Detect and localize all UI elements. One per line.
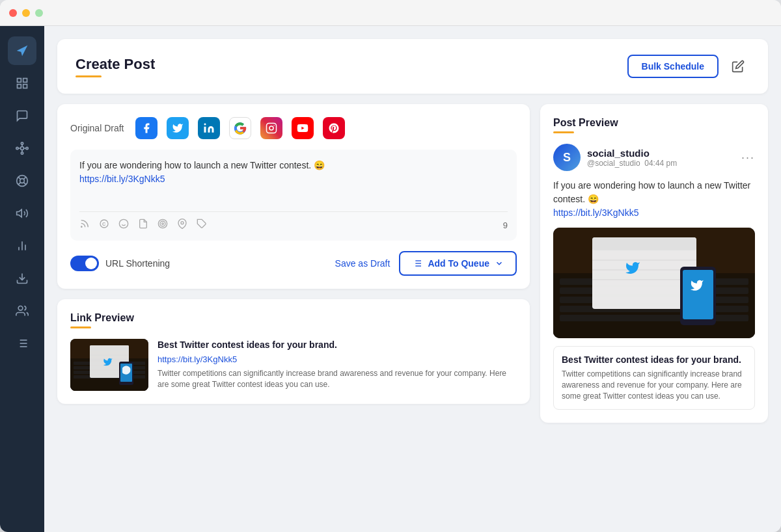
svg-point-7 bbox=[16, 147, 18, 149]
preview-link-card-title: Best Twitter contest ideas for your bran… bbox=[554, 347, 754, 369]
sidebar-item-chat[interactable] bbox=[8, 101, 36, 130]
compose-bottom-bar: URL Shortening Save as Draft Add To Queu… bbox=[70, 251, 517, 276]
linkedin-platform-icon[interactable] bbox=[198, 117, 220, 139]
dashboard-icon bbox=[16, 77, 29, 90]
page-title-wrapper: Create Post bbox=[75, 56, 155, 77]
compose-link[interactable]: https://bit.ly/3KgNkk5 bbox=[79, 174, 165, 184]
sidebar-item-team[interactable] bbox=[8, 297, 36, 325]
preview-image bbox=[553, 228, 755, 338]
link-article-title: Best Twitter contest ideas for your bran… bbox=[158, 339, 517, 351]
svg-point-14 bbox=[20, 179, 25, 183]
url-shortening-toggle[interactable] bbox=[70, 256, 99, 271]
support-icon bbox=[16, 174, 29, 187]
link-info: Best Twitter contest ideas for your bran… bbox=[158, 339, 517, 390]
location-toolbar-icon[interactable] bbox=[177, 219, 187, 232]
document-toolbar-icon[interactable] bbox=[138, 219, 148, 232]
instagram-platform-icon[interactable] bbox=[260, 117, 282, 139]
link-article-url[interactable]: https://bit.ly/3KgNkk5 bbox=[158, 354, 517, 364]
svg-point-8 bbox=[26, 147, 28, 149]
tag-toolbar-icon[interactable] bbox=[197, 219, 207, 232]
svg-point-4 bbox=[21, 147, 24, 150]
content-row: Original Draft bbox=[57, 104, 768, 423]
preview-link-card-desc: Twitter competitions can significantly i… bbox=[554, 369, 754, 409]
svg-rect-78 bbox=[683, 270, 713, 319]
svg-line-16 bbox=[23, 182, 26, 185]
sidebar-item-send[interactable] bbox=[8, 36, 36, 65]
analytics-icon bbox=[16, 239, 29, 252]
preview-username: social_studio bbox=[587, 148, 677, 159]
send-icon bbox=[16, 44, 29, 57]
minimize-dot[interactable] bbox=[22, 9, 30, 17]
svg-point-45 bbox=[181, 222, 184, 224]
sidebar-item-network[interactable] bbox=[8, 134, 36, 163]
app-body: Create Post Bulk Schedule bbox=[0, 26, 781, 532]
svg-point-43 bbox=[160, 221, 165, 226]
svg-rect-73 bbox=[592, 237, 696, 250]
facebook-platform-icon[interactable] bbox=[135, 117, 158, 139]
post-preview-card: Post Preview S social_studio @social_stu… bbox=[540, 104, 768, 423]
megaphone-icon bbox=[16, 207, 29, 220]
emoji-toolbar-icon[interactable] bbox=[118, 219, 129, 232]
svg-point-33 bbox=[269, 126, 273, 130]
svg-point-36 bbox=[81, 226, 82, 227]
avatar: S bbox=[553, 144, 581, 171]
svg-line-15 bbox=[18, 177, 21, 180]
add-to-queue-button[interactable]: Add To Queue bbox=[399, 251, 517, 276]
svg-line-17 bbox=[23, 177, 26, 180]
preview-handle-time: @social_studio 04:44 pm bbox=[587, 159, 677, 168]
target-toolbar-icon[interactable] bbox=[158, 219, 168, 232]
queue-icon bbox=[412, 258, 422, 269]
svg-point-6 bbox=[21, 152, 23, 154]
preview-profile-info: social_studio @social_studio 04:44 pm bbox=[587, 148, 677, 168]
compose-text-area[interactable]: If you are wondering how to launch a new… bbox=[70, 150, 517, 241]
svg-rect-71 bbox=[560, 315, 748, 321]
save-draft-button[interactable]: Save as Draft bbox=[335, 258, 390, 269]
sidebar-item-campaigns[interactable] bbox=[8, 199, 36, 228]
text-toolbar: C bbox=[79, 211, 508, 232]
top-actions: Bulk Schedule bbox=[627, 55, 750, 78]
sidebar-item-support[interactable] bbox=[8, 166, 36, 195]
toolbar-icons: C bbox=[79, 219, 207, 232]
bulk-schedule-button[interactable]: Bulk Schedule bbox=[627, 55, 719, 78]
svg-marker-19 bbox=[17, 209, 22, 217]
svg-rect-1 bbox=[23, 79, 27, 83]
sidebar-item-downloads[interactable] bbox=[8, 264, 36, 293]
google-platform-icon[interactable] bbox=[229, 117, 251, 139]
app-window: Create Post Bulk Schedule bbox=[0, 0, 781, 532]
export-button[interactable] bbox=[726, 55, 750, 78]
right-column: Post Preview S social_studio @social_stu… bbox=[540, 104, 768, 423]
link-thumbnail bbox=[70, 339, 148, 391]
preview-more-button[interactable]: ··· bbox=[741, 151, 755, 165]
svg-line-18 bbox=[18, 182, 21, 185]
sidebar-item-analytics[interactable] bbox=[8, 232, 36, 260]
team-icon bbox=[16, 304, 29, 317]
svg-rect-3 bbox=[23, 85, 27, 88]
preview-post-link[interactable]: https://bit.ly/3KgNkk5 bbox=[553, 207, 639, 218]
post-preview-title: Post Preview bbox=[553, 117, 755, 129]
sidebar-item-dashboard[interactable] bbox=[8, 69, 36, 98]
add-queue-label: Add To Queue bbox=[428, 258, 489, 269]
svg-point-39 bbox=[119, 219, 128, 228]
pinterest-platform-icon[interactable] bbox=[323, 117, 345, 139]
svg-point-5 bbox=[21, 142, 23, 144]
link-preview-card: Link Preview bbox=[57, 299, 530, 404]
youtube-platform-icon[interactable] bbox=[292, 117, 314, 139]
link-article-desc: Twitter competitions can significantly i… bbox=[158, 368, 517, 390]
network-icon bbox=[16, 142, 29, 155]
preview-post-text: If you are wondering how to launch a new… bbox=[553, 179, 755, 220]
spellcheck-toolbar-icon[interactable]: C bbox=[99, 219, 109, 232]
rss-toolbar-icon[interactable] bbox=[79, 219, 90, 232]
sidebar-item-lists[interactable] bbox=[8, 329, 36, 358]
link-preview-underline bbox=[70, 326, 91, 328]
export-icon bbox=[732, 60, 745, 73]
maximize-dot[interactable] bbox=[35, 9, 43, 17]
preview-profile-left: S social_studio @social_studio 04:44 pm bbox=[553, 144, 677, 171]
svg-point-34 bbox=[274, 125, 275, 126]
page-title: Create Post bbox=[75, 56, 155, 73]
close-dot[interactable] bbox=[9, 9, 17, 17]
twitter-platform-icon[interactable] bbox=[167, 117, 189, 139]
url-shortening-label: URL Shortening bbox=[105, 258, 170, 269]
compose-card: Original Draft bbox=[57, 104, 530, 289]
svg-text:C: C bbox=[102, 221, 106, 227]
draft-header: Original Draft bbox=[70, 117, 517, 139]
